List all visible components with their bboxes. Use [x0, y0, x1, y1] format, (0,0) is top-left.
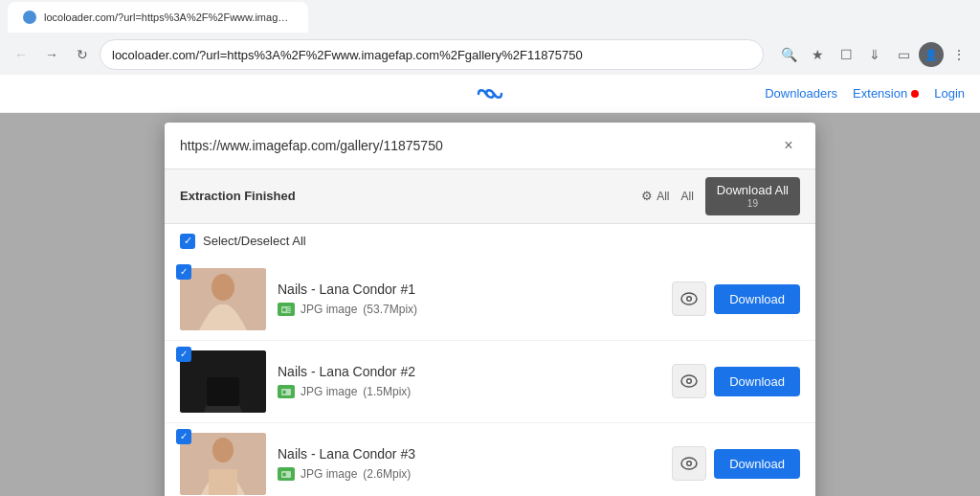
item-type-icon-2 [278, 467, 295, 481]
eye-icon-0 [680, 292, 698, 305]
item-title-0: Nails - Lana Condor #1 [278, 282, 660, 297]
item-info-0: Nails - Lana Condor #1 JPG image (53.7Mp… [278, 282, 660, 316]
svg-point-21 [282, 472, 286, 476]
menu-btn[interactable]: ⋮ [946, 41, 972, 68]
item-checkbox-2[interactable]: ✓ [176, 429, 191, 444]
browser-chrome: locoloader.com/?url=https%3A%2F%2Fwww.im… [0, 0, 980, 75]
address-text: locoloader.com/?url=https%3A%2F%2Fwww.im… [112, 48, 751, 62]
extension-status-dot [911, 90, 919, 98]
extension-link[interactable]: Extension [853, 86, 907, 101]
download-all-count: 19 [747, 198, 758, 210]
popup-url-bar: × [165, 123, 815, 169]
item-title-2: Nails - Lana Condor #3 [278, 446, 660, 462]
item-actions-0: Download [672, 282, 800, 316]
svg-point-15 [688, 380, 691, 383]
item-title-1: Nails - Lana Condor #2 [278, 364, 660, 379]
item-info-1: Nails - Lana Condor #2 JPG image (1.5Mpi… [278, 364, 660, 398]
download-button-2[interactable]: Download [714, 449, 800, 479]
filter-type-label: All [657, 190, 669, 203]
item-type-1: JPG image [301, 385, 357, 398]
download-all-label: Download All [717, 183, 789, 198]
item-checkbox-wrap: ✓ [180, 433, 266, 495]
select-all-checkbox[interactable]: ✓ [180, 234, 195, 249]
item-info-2: Nails - Lana Condor #3 JPG image (2.6Mpi… [278, 446, 660, 481]
preview-button-0[interactable] [672, 282, 706, 316]
filter-icon: ⚙ [641, 189, 653, 203]
svg-point-4 [282, 307, 286, 311]
page-content: Downloaders Extension Login × Extraction… [0, 75, 980, 496]
item-checkbox-0[interactable]: ✓ [176, 264, 191, 280]
list-item: ✓ Nails - Lana Condor #1 [165, 259, 815, 341]
eye-icon-2 [680, 457, 698, 470]
downloaders-link[interactable]: Downloaders [765, 86, 837, 101]
select-all-row: ✓ Select/Deselect All [165, 224, 815, 259]
thumb-svg-2 [180, 433, 266, 495]
svg-rect-9 [207, 377, 239, 406]
item-checkbox-1[interactable]: ✓ [176, 347, 191, 362]
item-size-1: (1.5Mpix) [363, 385, 411, 398]
select-all-label[interactable]: Select/Deselect All [203, 234, 306, 248]
popup-modal: × Extraction Finished ⚙ All All Download… [165, 123, 815, 496]
popup-close-button[interactable]: × [777, 134, 800, 157]
svg-point-17 [212, 438, 234, 462]
forward-button[interactable]: → [38, 41, 65, 68]
item-thumbnail-0 [180, 268, 266, 330]
item-type-icon-0 [278, 303, 295, 316]
nav-icons-right: 🔍 ★ ☐ ⇓ ▭ 👤 ⋮ [775, 41, 972, 68]
download-button-1[interactable]: Download [714, 367, 800, 396]
item-type-0: JPG image [301, 303, 357, 316]
tab-title: locoloader.com/?url=https%3A%2F%2Fwww.im… [44, 11, 293, 23]
item-checkbox-wrap: ✓ [180, 268, 266, 330]
download-button-0[interactable]: Download [714, 284, 800, 314]
preview-button-1[interactable] [672, 364, 706, 398]
extension-link-wrapper[interactable]: Extension [853, 86, 919, 101]
filter-size-button[interactable]: All [681, 190, 694, 203]
extensions-icon-btn[interactable]: ☐ [833, 41, 859, 68]
list-item: ✓ Nails - Lana Condor #2 [165, 341, 815, 423]
items-list: ✓ Nails - Lana Condor #1 [165, 259, 815, 496]
svg-rect-18 [209, 469, 237, 495]
thumb-svg-1 [180, 350, 266, 413]
tab-bar: locoloader.com/?url=https%3A%2F%2Fwww.im… [0, 0, 980, 34]
extraction-status: Extraction Finished [180, 189, 630, 203]
item-meta-1: JPG image (1.5Mpix) [278, 385, 660, 398]
svg-point-12 [282, 390, 286, 394]
popup-toolbar: Extraction Finished ⚙ All All Download A… [165, 169, 815, 224]
popup-url-input[interactable] [180, 138, 769, 153]
item-meta-0: JPG image (53.7Mpix) [278, 303, 660, 316]
bookmark-icon-btn[interactable]: ★ [804, 41, 831, 68]
site-logo [475, 84, 505, 103]
item-actions-1: Download [672, 364, 800, 398]
back-button[interactable]: ← [8, 41, 34, 68]
profile-icon-btn[interactable]: 👤 [919, 42, 944, 67]
download-icon-btn[interactable]: ⇓ [861, 41, 888, 68]
item-type-icon-1 [278, 385, 295, 398]
reload-button[interactable]: ↻ [69, 41, 96, 68]
item-size-2: (2.6Mpix) [363, 467, 411, 481]
item-type-2: JPG image [301, 467, 357, 481]
item-actions-2: Download [672, 446, 800, 481]
item-thumbnail-1 [180, 350, 266, 413]
list-item: ✓ Nails - Lana Condor #3 [165, 423, 815, 496]
svg-point-1 [212, 274, 234, 301]
tab-favicon [23, 11, 36, 24]
download-all-button[interactable]: Download All 19 [705, 177, 800, 215]
site-header: Downloaders Extension Login [0, 75, 980, 113]
thumb-svg-0 [180, 268, 266, 330]
svg-point-24 [688, 462, 691, 465]
item-size-0: (53.7Mpix) [363, 303, 417, 316]
item-thumbnail-2 [180, 433, 266, 495]
logo-icon [475, 84, 505, 103]
preview-button-2[interactable] [672, 446, 706, 481]
split-screen-btn[interactable]: ▭ [890, 41, 917, 68]
item-checkbox-wrap: ✓ [180, 350, 266, 413]
filter-type-button[interactable]: ⚙ All [641, 189, 669, 203]
active-tab[interactable]: locoloader.com/?url=https%3A%2F%2Fwww.im… [8, 2, 308, 33]
item-meta-2: JPG image (2.6Mpix) [278, 467, 660, 481]
nav-bar: ← → ↻ locoloader.com/?url=https%3A%2F%2F… [0, 34, 980, 75]
address-bar[interactable]: locoloader.com/?url=https%3A%2F%2Fwww.im… [100, 39, 764, 70]
svg-point-7 [688, 298, 691, 301]
search-icon-btn[interactable]: 🔍 [775, 41, 802, 68]
nav-links: Downloaders Extension Login [765, 86, 965, 101]
login-link[interactable]: Login [934, 86, 965, 101]
